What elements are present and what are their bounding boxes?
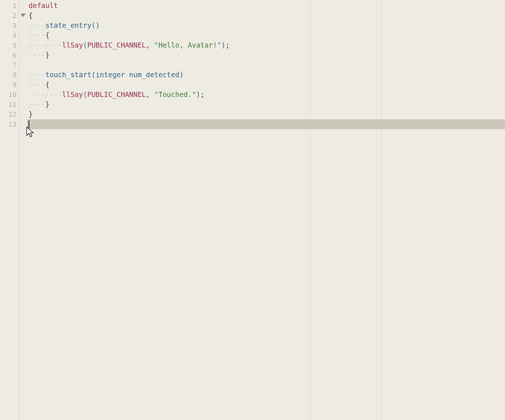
line-number[interactable]: 13	[0, 119, 19, 129]
line-number[interactable]: 3	[0, 20, 19, 30]
function-token: llSay	[62, 90, 83, 98]
line-number[interactable]: 7	[0, 60, 19, 70]
brace-token: {	[45, 80, 49, 89]
code-line[interactable]: ····{	[27, 80, 505, 90]
string-token: "Hello, Avatar!"	[154, 41, 221, 49]
code-line[interactable]: ········llSay(PUBLIC_CHANNEL, "Touched."…	[27, 90, 505, 100]
code-line[interactable]	[27, 60, 505, 70]
line-number-gutter[interactable]: 1 2 3 4 5 6 7 8 9 10 11 12 13	[0, 0, 19, 420]
line-number[interactable]: 1	[0, 1, 19, 11]
brace-token: {	[29, 11, 33, 19]
code-line[interactable]: ········llSay(PUBLIC_CHANNEL, "Hello, Av…	[27, 40, 505, 50]
function-token: state_entry	[45, 21, 92, 29]
line-number[interactable]: 2	[0, 11, 19, 20]
code-line[interactable]: default	[27, 1, 505, 11]
code-area[interactable]: default { ····state_entry() ····{ ······…	[27, 0, 505, 420]
brace-token: }	[45, 51, 49, 59]
constant-token: PUBLIC_CHANNEL	[87, 41, 146, 49]
fold-toggle[interactable]	[19, 11, 27, 20]
paren-token: ()	[92, 21, 100, 29]
code-line[interactable]: ····touch_start(integer·num_detected)	[27, 70, 505, 80]
brace-token: }	[29, 110, 33, 118]
line-number[interactable]: 12	[0, 109, 19, 119]
code-line[interactable]: {	[27, 11, 505, 20]
code-line[interactable]: ····}	[27, 50, 505, 60]
code-line[interactable]: ····{	[27, 30, 505, 40]
line-number[interactable]: 8	[0, 70, 19, 80]
line-number[interactable]: 5	[0, 40, 19, 50]
line-number[interactable]: 10	[0, 90, 19, 100]
identifier-token: num_detected	[129, 71, 179, 79]
line-number[interactable]: 4	[0, 30, 19, 40]
keyword-token: default	[29, 1, 58, 10]
line-number[interactable]: 6	[0, 50, 19, 60]
string-token: "Touched."	[154, 90, 196, 98]
code-line-active[interactable]	[27, 119, 505, 129]
code-line[interactable]: ····}	[27, 100, 505, 109]
type-token: integer	[96, 71, 125, 79]
function-token: touch_start	[45, 71, 92, 79]
function-token: llSay	[62, 41, 83, 49]
text-caret	[29, 120, 29, 128]
chevron-down-icon	[21, 14, 26, 17]
line-number[interactable]: 11	[0, 100, 19, 109]
code-line[interactable]: }	[27, 109, 505, 119]
brace-token: {	[45, 31, 49, 39]
code-line[interactable]: ····state_entry()	[27, 20, 505, 30]
fold-gutter[interactable]	[19, 0, 27, 420]
constant-token: PUBLIC_CHANNEL	[87, 90, 146, 98]
code-editor[interactable]: 1 2 3 4 5 6 7 8 9 10 11 12 13 default {	[0, 0, 505, 420]
line-number[interactable]: 9	[0, 80, 19, 90]
brace-token: }	[45, 100, 49, 108]
